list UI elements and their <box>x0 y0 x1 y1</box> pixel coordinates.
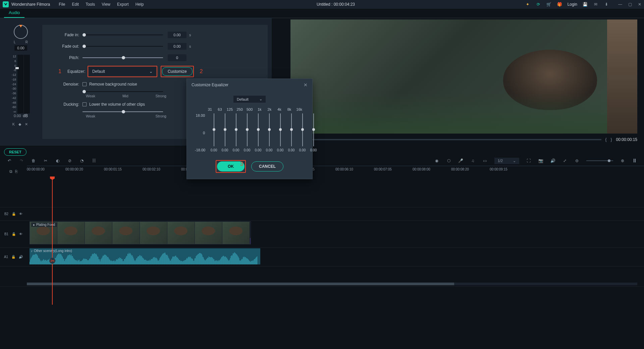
eye-icon[interactable]: 👁 <box>19 212 22 216</box>
expand-icon[interactable]: ⤢ <box>562 158 568 163</box>
undo-icon[interactable]: ↶ <box>7 158 12 163</box>
lock-icon[interactable]: 🔓 <box>11 255 15 259</box>
fade-in-slider[interactable] <box>83 35 163 35</box>
eq-slider-125[interactable]: 0.00 <box>230 113 241 152</box>
document-title: Untitled : 00:00:04:23 <box>147 2 524 7</box>
cart-icon[interactable]: 🛒 <box>546 1 552 7</box>
pan-knob[interactable] <box>14 25 28 39</box>
eq-slider-500[interactable]: 0.00 <box>253 113 264 152</box>
zoom-in-icon[interactable]: ⊕ <box>620 158 625 163</box>
lock-icon[interactable]: 🔓 <box>12 212 16 216</box>
denoise-weak-label: Weak <box>86 94 95 98</box>
window-close-icon[interactable]: ✕ <box>638 2 641 7</box>
track-b1-label: B1 <box>4 232 8 236</box>
audio-clip[interactable]: ♪Other scenery(Long intro) <box>30 248 260 264</box>
video-clip[interactable]: ▸Plating Food <box>30 221 251 244</box>
ducking-strong-label: Strong <box>156 114 166 118</box>
mail-icon[interactable]: ✉ <box>593 1 599 7</box>
pitch-value[interactable]: 0 <box>168 54 186 61</box>
window-minimize-icon[interactable]: — <box>618 2 622 7</box>
keyframe-controls[interactable]: K ◆ ✕ <box>12 122 29 127</box>
fullscreen-icon[interactable]: ⛶ <box>526 158 531 163</box>
eq-slider-8k[interactable]: 0.00 <box>297 113 308 152</box>
ducking-label: Ducking: <box>52 102 83 107</box>
eq-slider-4k[interactable]: 0.00 <box>286 113 297 152</box>
login-link[interactable]: Login <box>568 2 577 7</box>
customize-button[interactable]: Customize <box>162 67 193 76</box>
menu-help[interactable]: Help <box>132 1 147 8</box>
play-pause-icon[interactable]: ⏸ <box>632 158 637 164</box>
lock-icon[interactable]: 🔓 <box>12 232 16 236</box>
playback-progress[interactable] <box>278 139 601 140</box>
marker-icon[interactable]: ◉ <box>434 158 439 163</box>
db-meter-right <box>24 55 30 113</box>
snapshot-icon[interactable]: 📷 <box>538 158 543 163</box>
volume-icon[interactable]: 🔊 <box>550 158 555 163</box>
fade-out-value[interactable]: 0.00 <box>168 43 186 50</box>
eq-slider-1k[interactable]: 0.00 <box>264 113 275 152</box>
mute-icon[interactable]: 🔊 <box>19 255 23 259</box>
dialog-close-icon[interactable]: ✕ <box>304 82 308 88</box>
eye-icon[interactable]: 👁 <box>19 232 22 236</box>
shield-icon[interactable]: ⬡ <box>446 158 451 163</box>
menu-file[interactable]: File <box>55 1 68 8</box>
refresh-icon[interactable]: ⟳ <box>535 1 541 7</box>
download-icon[interactable]: ⬇ <box>603 1 609 7</box>
eq-slider-250[interactable]: 0.00 <box>241 113 253 152</box>
chevron-down-icon: ⌄ <box>259 97 262 101</box>
speed-icon[interactable]: ⊘ <box>67 158 72 163</box>
adjust-icon[interactable]: ☷ <box>91 158 97 163</box>
ducking-checkbox[interactable] <box>83 102 87 106</box>
pitch-slider[interactable] <box>83 57 163 58</box>
annotation-highlight-2: Customize <box>161 66 194 77</box>
timeline-ruler[interactable]: 00:00:00:0000:00:00:2000:00:01:1500:00:0… <box>27 166 644 177</box>
record-icon[interactable]: ▭ <box>482 158 488 163</box>
menu-tools[interactable]: Tools <box>82 1 98 8</box>
fade-out-slider[interactable] <box>83 46 163 47</box>
play-icon: ▸ <box>33 223 35 227</box>
zoom-out-icon[interactable]: ⊖ <box>574 158 580 163</box>
video-preview[interactable] <box>290 19 637 134</box>
eq-slider-2k[interactable]: 0.00 <box>275 113 286 152</box>
crop-icon[interactable]: ◐ <box>55 158 60 163</box>
menu-edit[interactable]: Edit <box>69 1 83 8</box>
db-meter-left[interactable] <box>17 55 23 113</box>
mixer-icon[interactable]: ♫ <box>470 158 476 163</box>
eq-slider-31[interactable]: 0.00 <box>208 113 219 152</box>
gift-icon[interactable]: 🎁 <box>557 1 563 7</box>
copy-icon[interactable]: ⧉ <box>9 169 12 174</box>
ducking-slider[interactable] <box>83 111 163 112</box>
eq-preset-dropdown[interactable]: Default⌄ <box>233 96 266 103</box>
marker-in-icon[interactable]: { <box>605 137 607 142</box>
paste-icon[interactable]: ⎘ <box>15 169 17 174</box>
marker-out-icon[interactable]: } <box>611 137 612 142</box>
denoise-slider[interactable] <box>83 91 163 92</box>
timeline-scrollbar[interactable] <box>27 283 637 285</box>
eq-slider-16k[interactable]: 0.00 <box>308 113 319 152</box>
tab-audio[interactable]: Audio <box>4 8 24 18</box>
eq-slider-63[interactable]: 0.00 <box>219 113 230 152</box>
redo-icon[interactable]: ↷ <box>19 158 24 163</box>
zoom-slider[interactable] <box>586 160 613 161</box>
reset-button[interactable]: RESET <box>4 148 26 156</box>
playhead[interactable] <box>52 177 53 305</box>
denoise-checkbox[interactable] <box>83 82 87 86</box>
audio-clip-label: Other scenery(Long intro) <box>34 249 72 253</box>
split-icon[interactable]: ✂ <box>43 158 48 163</box>
playback-speed-dropdown[interactable]: 1/2⌄ <box>494 158 519 164</box>
menu-export[interactable]: Export <box>114 1 132 8</box>
equalizer-dropdown[interactable]: Default⌄ <box>89 67 156 76</box>
fade-in-value[interactable]: 0.00 <box>168 32 186 38</box>
voiceover-icon[interactable]: 🎤 <box>458 158 464 163</box>
chevron-down-icon: ⌄ <box>149 69 153 74</box>
delete-icon[interactable]: 🗑 <box>31 158 36 163</box>
cancel-button[interactable]: CANCEL <box>251 161 283 171</box>
window-maximize-icon[interactable]: ▢ <box>628 2 632 7</box>
chevron-down-icon: ⌄ <box>513 159 516 163</box>
fade-out-label: Fade out: <box>52 44 83 49</box>
lightbulb-icon[interactable]: ✦ <box>525 1 531 7</box>
color-icon[interactable]: ◔ <box>79 158 85 163</box>
save-icon[interactable]: 💾 <box>582 1 588 7</box>
menu-view[interactable]: View <box>98 1 114 8</box>
track-a1-label: A1 <box>4 255 8 259</box>
